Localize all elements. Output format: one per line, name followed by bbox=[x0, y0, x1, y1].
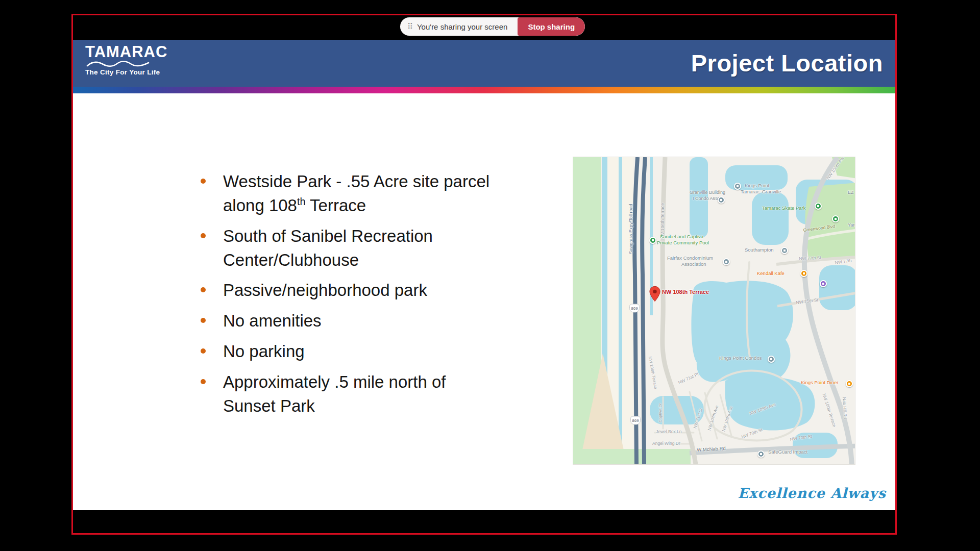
map-poi-icon bbox=[768, 356, 775, 363]
map-poi-icon bbox=[815, 203, 822, 210]
map-label: Nab Hill Rd bbox=[842, 397, 848, 419]
bullet-text: South of Sanibel Recreation Center/Clubh… bbox=[223, 224, 502, 272]
bullet-text: No amenities bbox=[223, 309, 322, 333]
map-label: Kings Point Condos bbox=[719, 355, 762, 361]
map-poi-icon bbox=[757, 450, 765, 458]
bullet-dot bbox=[201, 348, 206, 354]
bullet-dot bbox=[201, 179, 206, 184]
map-label: Kings Point bbox=[745, 183, 769, 188]
map-label: Yard bbox=[848, 222, 855, 228]
map-label: NW 103rd Ave bbox=[721, 406, 733, 432]
screen-share-toolbar: ⠿ You're sharing your screen Stop sharin… bbox=[400, 17, 585, 36]
map-label: NW 108th Terrace bbox=[648, 356, 658, 389]
bullet-item: No amenities bbox=[201, 309, 502, 333]
map-poi-icon bbox=[718, 196, 725, 204]
slide-header: TAMARAC The City For Your Life Project L… bbox=[73, 40, 895, 87]
logo-title: TAMARAC bbox=[85, 44, 167, 60]
screen: ⠿ You're sharing your screen Stop sharin… bbox=[0, 0, 980, 551]
map-label: Sanibel and Captiva bbox=[660, 234, 703, 239]
map-label: Greenwood Blvd bbox=[803, 223, 836, 233]
drag-handle-icon[interactable]: ⠿ bbox=[400, 22, 417, 31]
map-label: Angel Wing Dr bbox=[652, 441, 680, 446]
bullet-text: No parking bbox=[223, 340, 305, 364]
map-poi-icon bbox=[800, 270, 807, 277]
map-poi-icon bbox=[832, 215, 839, 222]
location-map: Sawgrass Expy/Toll roadNW 106th TerraceG… bbox=[573, 157, 855, 464]
map-poi-icon bbox=[723, 258, 730, 265]
map-label: NW 70th St bbox=[741, 427, 763, 439]
map-label: NW 71st Ct bbox=[693, 408, 703, 429]
route-shield-icon: 869 bbox=[629, 304, 640, 313]
map-label: SafeGuard Impact bbox=[768, 449, 807, 455]
map-label: Southampton bbox=[745, 247, 774, 253]
bullet-item: No parking bbox=[201, 340, 502, 364]
page-title: Project Location bbox=[691, 40, 883, 87]
map-label: NW 70th St bbox=[790, 434, 812, 442]
map-label: Granville Building bbox=[690, 190, 725, 195]
bullet-text: Passive/neighborhood park bbox=[223, 279, 427, 303]
map-label: Captiva Dr bbox=[658, 403, 663, 422]
bullet-item: Westside Park - .55 Acre site parcel alo… bbox=[201, 170, 502, 218]
map-label: Tamarac, Granville bbox=[741, 189, 781, 194]
map-label: NW 77th bbox=[835, 258, 852, 265]
bullet-dot bbox=[201, 287, 206, 292]
rainbow-divider bbox=[73, 87, 895, 93]
share-message: You're sharing your screen bbox=[417, 22, 518, 31]
map-poi-icon bbox=[649, 237, 656, 244]
map-label: NW 108th Terrace bbox=[662, 289, 709, 295]
bullet-text: Approximately .5 mile north of Sunset Pa… bbox=[223, 370, 502, 418]
map-label: W McNab Rd bbox=[697, 445, 726, 453]
slide-content: Westside Park - .55 Acre site parcel alo… bbox=[73, 93, 895, 510]
excellence-always-script: Excellence Always bbox=[738, 485, 886, 501]
map-label: Sawgrass Expy/Toll road bbox=[628, 204, 633, 254]
bullet-item: South of Sanibel Recreation Center/Clubh… bbox=[201, 224, 502, 272]
bullet-item: Approximately .5 mile north of Sunset Pa… bbox=[201, 370, 502, 418]
tamarac-logo: TAMARAC The City For Your Life bbox=[85, 44, 167, 76]
bullet-item: Passive/neighborhood park bbox=[201, 279, 502, 303]
map-label: NW 100th Ave bbox=[825, 157, 845, 181]
map-label: Fairfax Condominium bbox=[667, 255, 713, 261]
map-label: Kings Point Diner bbox=[801, 380, 838, 385]
map-label: NW 104th Ave bbox=[707, 405, 719, 431]
map-label: Jewel Box Ln bbox=[656, 429, 682, 434]
bullet-list: Westside Park - .55 Acre site parcel alo… bbox=[201, 170, 502, 425]
map-label: Tamarac Skate Park bbox=[762, 205, 806, 211]
bullet-dot bbox=[201, 233, 206, 238]
map-label: NW 105th Ave bbox=[749, 402, 776, 416]
map-label: NW 75th St bbox=[796, 297, 818, 305]
route-shield-icon: 869 bbox=[630, 416, 641, 425]
map-poi-icon bbox=[820, 280, 827, 287]
logo-tagline: The City For Your Life bbox=[85, 68, 167, 76]
map-label: Kendall Kafe bbox=[757, 270, 785, 276]
map-poi-icon bbox=[734, 183, 741, 190]
bullet-text: Westside Park - .55 Acre site parcel alo… bbox=[223, 170, 502, 218]
map-poi-icon bbox=[846, 380, 853, 387]
bullet-dot bbox=[201, 379, 206, 384]
map-label: NW 77th St bbox=[799, 255, 821, 261]
map-label: NW 100th Terrace bbox=[821, 393, 837, 428]
map-label: NW 71st Pl bbox=[677, 371, 699, 385]
map-labels: Sawgrass Expy/Toll roadNW 106th TerraceG… bbox=[573, 157, 855, 464]
stop-sharing-button[interactable]: Stop sharing bbox=[518, 17, 585, 36]
map-label: Private Community Pool bbox=[657, 240, 709, 245]
map-label: EZ bbox=[848, 190, 854, 195]
bullet-dot bbox=[201, 318, 206, 323]
map-poi-icon bbox=[781, 247, 788, 254]
map-pin-icon bbox=[649, 286, 660, 302]
slide-frame: TAMARAC The City For Your Life Project L… bbox=[71, 14, 897, 535]
map-label: Association bbox=[681, 261, 706, 267]
